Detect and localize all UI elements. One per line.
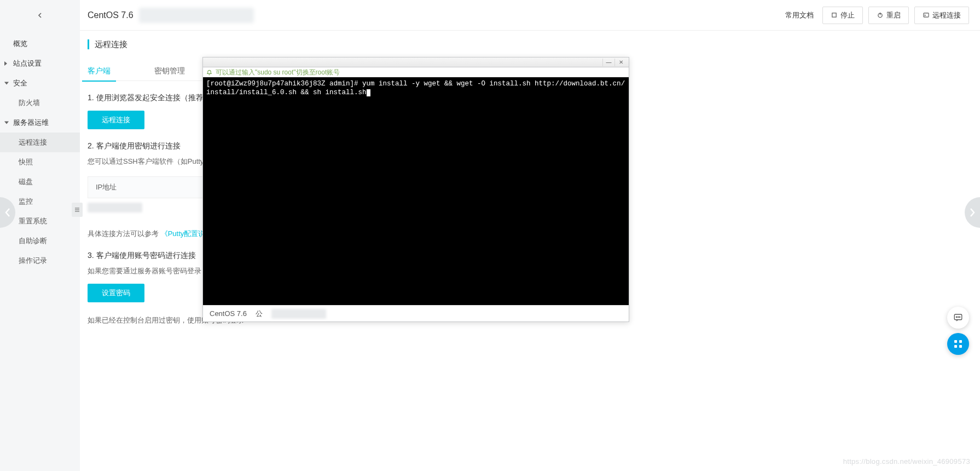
terminal-icon	[923, 12, 929, 19]
svg-rect-14	[959, 345, 962, 348]
terminal-hint: 可以通过输入"sudo su root"切换至root账号	[203, 67, 629, 77]
subtitle-blurred	[139, 8, 254, 23]
terminal-window: — ✕ 可以通过输入"sudo su root"切换至root账号 [root@…	[202, 57, 629, 322]
terminal-status-blurred	[271, 309, 326, 319]
stop-icon	[831, 12, 837, 19]
ip-value-blurred	[88, 203, 142, 212]
svg-rect-0	[832, 13, 836, 17]
terminal-titlebar[interactable]: — ✕	[203, 58, 629, 67]
sidebar-item-overview[interactable]: 概览	[0, 34, 80, 54]
caret-right-icon	[4, 61, 7, 66]
terminal-prompt: [root@iZwz99j8u7p47ahik36j83Z admin]#	[206, 80, 358, 88]
sidebar-item-disk[interactable]: 磁盘	[0, 172, 80, 192]
grid-icon	[954, 340, 962, 348]
window-close-button[interactable]: ✕	[614, 59, 627, 66]
set-password-button[interactable]: 设置密码	[88, 284, 144, 302]
terminal-status-os: CentOS 7.6	[210, 309, 247, 318]
chevron-right-icon	[969, 208, 976, 217]
restart-button[interactable]: 重启	[868, 7, 909, 24]
chevron-left-icon	[4, 208, 11, 217]
svg-point-10	[959, 317, 960, 317]
restart-label: 重启	[886, 10, 901, 20]
sidebar-item-self-diagnose[interactable]: 自助诊断	[0, 231, 80, 251]
ip-address-box: IP地址	[88, 176, 208, 198]
remote-connect-button[interactable]: 远程连接	[88, 111, 144, 129]
header-actions: 常用文档 停止 重启 远程连接	[785, 7, 980, 24]
svg-point-9	[958, 317, 958, 317]
chat-float-button[interactable]	[947, 307, 969, 329]
caret-down-icon	[4, 82, 9, 85]
stop-label: 停止	[840, 10, 855, 20]
sidebar-item-op-log[interactable]: 操作记录	[0, 251, 80, 271]
svg-rect-13	[954, 345, 957, 348]
docs-link[interactable]: 常用文档	[785, 10, 814, 20]
window-minimize-button[interactable]: —	[602, 59, 614, 66]
svg-rect-11	[954, 340, 957, 343]
svg-point-8	[956, 317, 956, 317]
page-title: CentOS 7.6	[88, 10, 134, 20]
page-header: CentOS 7.6 常用文档 停止 重启 远程连接	[0, 0, 980, 31]
sidebar-item-remote-connect[interactable]: 远程连接	[0, 133, 80, 152]
section-title: 远程连接	[88, 39, 969, 49]
chevron-left-icon	[36, 11, 44, 20]
remote-connect-header-button[interactable]: 远程连接	[914, 7, 969, 24]
sidebar-item-site-settings[interactable]: 站点设置	[0, 54, 80, 73]
watermark: https://blog.csdn.net/weixin_46909573	[843, 457, 970, 466]
sidebar: 概览 站点设置 安全 防火墙 服务器运维 远程连接 快照 磁盘 监控 重置系统 …	[0, 31, 80, 471]
tab-client[interactable]: 客户端	[88, 61, 111, 81]
stop-button[interactable]: 停止	[822, 7, 863, 24]
back-button[interactable]	[0, 0, 80, 31]
sidebar-item-snapshot[interactable]: 快照	[0, 152, 80, 172]
terminal-body[interactable]: [root@iZwz99j8u7p47ahik36j83Z admin]# yu…	[203, 77, 629, 305]
remote-label: 远程连接	[932, 10, 961, 20]
chat-icon	[953, 313, 963, 323]
sidebar-item-firewall[interactable]: 防火墙	[0, 93, 80, 113]
svg-rect-3	[923, 13, 928, 17]
terminal-status-bar: CentOS 7.6 公	[203, 305, 629, 321]
svg-rect-12	[959, 340, 962, 343]
apps-float-button[interactable]	[947, 333, 969, 355]
power-icon	[877, 12, 883, 19]
sidebar-item-server-ops[interactable]: 服务器运维	[0, 113, 80, 133]
sidebar-item-security[interactable]: 安全	[0, 73, 80, 93]
terminal-cursor	[367, 89, 370, 96]
bell-icon	[206, 70, 212, 76]
terminal-status-net: 公	[256, 309, 263, 319]
tab-key-management[interactable]: 密钥管理	[154, 61, 185, 81]
caret-down-icon	[4, 122, 9, 124]
